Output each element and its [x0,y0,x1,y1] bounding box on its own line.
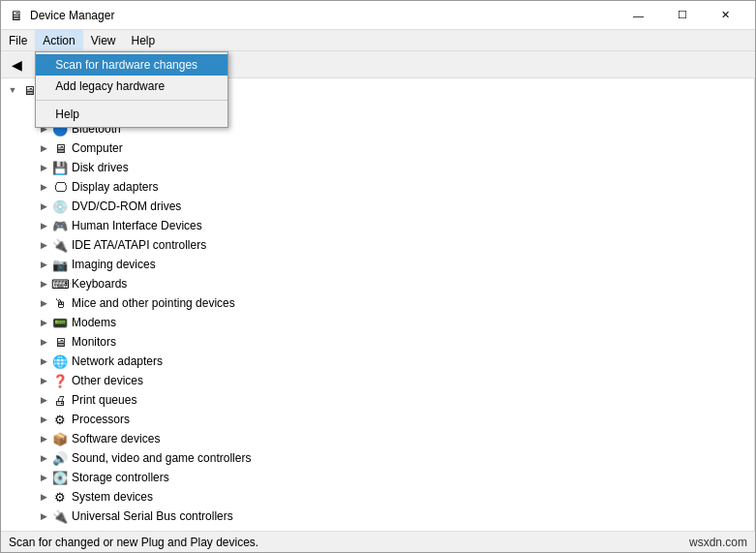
item-icon-display-adapters: 🖵 [51,179,69,195]
menu-file[interactable]: File [1,30,35,50]
item-label-sound: Sound, video and game controllers [72,451,251,465]
item-icon-processors: ⚙ [51,412,69,427]
item-label-usb: Universal Serial Bus controllers [72,509,233,523]
expand-icon: ▶ [36,373,51,388]
dropdown-scan[interactable]: Scan for hardware changes [36,54,227,76]
expand-icon: ▶ [36,237,51,253]
tree-item-sound[interactable]: ▶ 🔊 Sound, video and game controllers [16,448,754,468]
tree-item-mice[interactable]: ▶ 🖱 Mice and other pointing devices [16,293,754,313]
tree-item-imaging[interactable]: ▶ 📷 Imaging devices [16,255,754,274]
tree-item-other[interactable]: ▶ ❓ Other devices [16,371,754,390]
tree-item-storage[interactable]: ▶ 💽 Storage controllers [16,468,754,487]
back-button[interactable]: ◀ [5,54,28,76]
tree-item-display-adapters[interactable]: ▶ 🖵 Display adapters [16,177,754,197]
content-area: ▼ 🖥 DESKTOP-PC ▶ 🔋 Batteries ▶ 🔵 Bluetoo… [1,78,755,531]
dropdown-help[interactable]: Help [36,104,227,125]
item-label-print: Print queues [72,393,136,407]
menu-bar: File Action Scan for hardware changes Ad… [1,30,755,51]
dropdown-separator [36,100,227,101]
maximize-button[interactable]: ☐ [660,1,704,30]
item-label-computer: Computer [72,141,123,155]
tree-item-usb[interactable]: ▶ 🔌 Universal Serial Bus controllers [16,507,754,526]
tree-item-hid[interactable]: ▶ 🎮 Human Interface Devices [16,216,754,235]
close-button[interactable]: ✕ [704,1,747,30]
item-icon-software: 📦 [51,431,69,446]
expand-icon: ▶ [36,334,51,350]
item-icon-other: ❓ [51,373,69,388]
item-icon-disk-drives: 💾 [51,160,69,175]
back-icon: ◀ [12,57,22,73]
expand-icon: ▶ [36,353,51,369]
item-label-keyboards: Keyboards [72,277,127,291]
item-label-monitors: Monitors [72,335,116,349]
expand-icon: ▶ [36,140,51,156]
expand-icon: ▶ [36,199,51,214]
item-icon-print: 🖨 [51,392,69,408]
root-expand-icon: ▼ [5,82,20,98]
device-tree[interactable]: ▼ 🖥 DESKTOP-PC ▶ 🔋 Batteries ▶ 🔵 Bluetoo… [1,78,755,531]
item-icon-hid: 🎮 [51,218,69,233]
item-icon-sound: 🔊 [51,450,69,466]
tree-item-system[interactable]: ▶ ⚙ System devices [16,487,754,507]
item-icon-network: 🌐 [51,353,69,369]
tree-item-computer[interactable]: ▶ 🖥 Computer [16,138,754,158]
item-icon-ide-ata: 🔌 [51,237,69,253]
expand-icon: ▶ [36,470,51,485]
tree-item-software[interactable]: ▶ 📦 Software devices [16,429,754,448]
expand-icon: ▶ [36,489,51,505]
status-bar: Scan for changed or new Plug and Play de… [1,531,755,552]
tree-item-modems[interactable]: ▶ 📟 Modems [16,313,754,332]
item-label-network: Network adapters [72,354,163,368]
item-label-disk-drives: Disk drives [72,161,129,174]
tree-item-network[interactable]: ▶ 🌐 Network adapters [16,352,754,371]
window-controls: — ☐ ✕ [617,1,747,30]
tree-item-disk-drives[interactable]: ▶ 💾 Disk drives [16,158,754,177]
expand-icon: ▶ [36,257,51,272]
title-bar: 🖥 Device Manager — ☐ ✕ [1,1,755,30]
tree-item-processors[interactable]: ▶ ⚙ Processors [16,410,754,429]
expand-icon: ▶ [36,276,51,292]
item-icon-dvd-cd: 💿 [51,199,69,214]
menu-view[interactable]: View [83,30,124,50]
expand-icon: ▶ [36,179,51,195]
minimize-button[interactable]: — [617,1,660,30]
item-icon-imaging: 📷 [51,257,69,272]
expand-icon: ▶ [36,218,51,233]
dropdown-add-legacy[interactable]: Add legacy hardware [36,76,227,97]
item-label-processors: Processors [72,413,130,426]
tree-item-monitors[interactable]: ▶ 🖥 Monitors [16,332,754,352]
item-icon-computer: 🖥 [51,140,69,156]
tree-item-ide-ata[interactable]: ▶ 🔌 IDE ATA/ATAPI controllers [16,235,754,255]
item-label-modems: Modems [72,316,116,329]
item-icon-storage: 💽 [51,470,69,485]
item-icon-modems: 📟 [51,315,69,330]
title-left: 🖥 Device Manager [9,8,114,23]
expand-icon: ▶ [36,431,51,446]
window-icon: 🖥 [9,8,24,23]
item-label-ide-ata: IDE ATA/ATAPI controllers [72,238,206,252]
expand-icon: ▶ [36,450,51,466]
item-label-dvd-cd: DVD/CD-ROM drives [72,200,181,213]
item-label-software: Software devices [72,432,160,445]
expand-icon: ▶ [36,160,51,175]
status-right: wsxdn.com [689,536,747,549]
item-icon-monitors: 🖥 [51,334,69,350]
menu-help[interactable]: Help [124,30,164,50]
tree-item-dvd-cd[interactable]: ▶ 💿 DVD/CD-ROM drives [16,197,754,216]
item-icon-usb: 🔌 [51,508,69,524]
item-label-storage: Storage controllers [72,471,169,484]
tree-item-print[interactable]: ▶ 🖨 Print queues [16,390,754,410]
tree-items: ▶ 🔋 Batteries ▶ 🔵 Bluetooth ▶ 🖥 Computer… [1,100,754,526]
expand-icon: ▶ [36,315,51,330]
menu-action[interactable]: Action Scan for hardware changes Add leg… [35,30,82,50]
item-label-imaging: Imaging devices [72,258,156,271]
item-icon-system: ⚙ [51,489,69,505]
item-label-mice: Mice and other pointing devices [72,296,235,310]
action-dropdown: Scan for hardware changes Add legacy har… [35,51,228,128]
status-text: Scan for changed or new Plug and Play de… [9,536,689,549]
tree-item-keyboards[interactable]: ▶ ⌨ Keyboards [16,274,754,293]
expand-icon: ▶ [36,412,51,427]
item-label-other: Other devices [72,374,143,387]
expand-icon: ▶ [36,295,51,311]
main-window: 🖥 Device Manager — ☐ ✕ File Action Scan … [0,0,756,553]
